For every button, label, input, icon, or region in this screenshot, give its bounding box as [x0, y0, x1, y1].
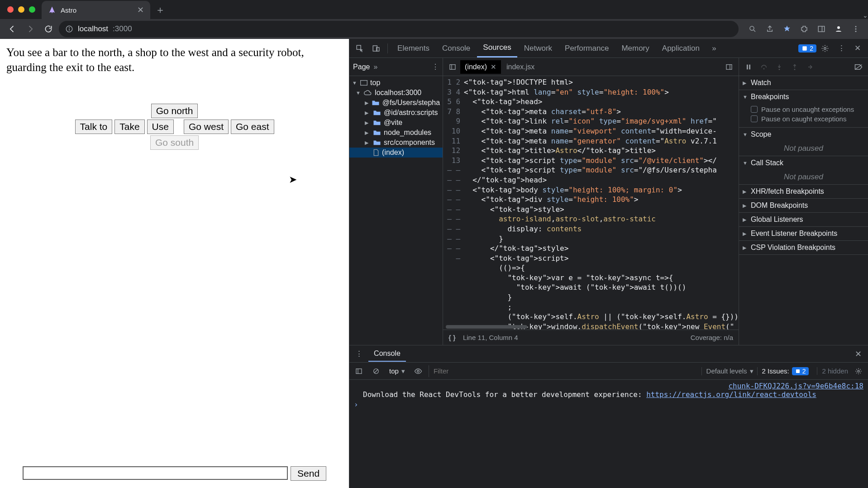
log-levels-selector[interactable]: Default levels▾: [701, 367, 754, 375]
deactivate-breakpoints-icon[interactable]: [852, 60, 865, 74]
drawer-menu-icon[interactable]: ⋮: [352, 347, 366, 361]
browser-menu-icon[interactable]: [848, 21, 863, 37]
send-button[interactable]: Send: [291, 466, 326, 481]
zoom-icon[interactable]: [745, 21, 760, 37]
pause-icon[interactable]: [742, 60, 755, 74]
csp-bp-section[interactable]: CSP Violation Breakpoints: [751, 244, 835, 252]
checkbox-uncaught[interactable]: [751, 106, 758, 113]
address-bar[interactable]: localhost:3000: [59, 21, 739, 37]
go-east-button[interactable]: Go east: [231, 120, 274, 134]
drawer-tab-console[interactable]: Console: [368, 346, 406, 362]
toggle-navigator-icon[interactable]: [446, 60, 459, 74]
checkbox-caught[interactable]: [751, 115, 758, 122]
step-out-icon[interactable]: [788, 60, 801, 74]
svg-point-23: [763, 68, 765, 69]
step-over-icon[interactable]: [757, 60, 771, 74]
breakpoints-section[interactable]: Breakpoints: [751, 93, 789, 101]
devtools-settings-icon[interactable]: [817, 41, 833, 56]
step-icon[interactable]: [803, 60, 817, 74]
console-message: Download the React DevTools for a better…: [354, 390, 863, 399]
nav-menu-icon[interactable]: ⋮: [432, 62, 439, 71]
live-expression-icon[interactable]: [411, 364, 425, 378]
hidden-messages-label[interactable]: 2 hidden: [817, 367, 848, 375]
file-tree[interactable]: ▼top ▼localhost:3000 ▶@fs/Users/stepha ▶…: [349, 76, 443, 345]
go-west-button[interactable]: Go west: [184, 120, 229, 134]
message-source-link[interactable]: chunk-DFKQJ226.js?v=9e6b4e8c:18: [728, 382, 863, 390]
event-listener-bp-section[interactable]: Event Listener Breakpoints: [751, 230, 837, 238]
tab-elements[interactable]: Elements: [391, 40, 435, 57]
nav-forward-button[interactable]: [23, 21, 38, 37]
extensions-icon[interactable]: [796, 21, 812, 37]
pretty-print-icon[interactable]: { }: [448, 334, 456, 341]
toggle-debugger-icon[interactable]: [722, 60, 736, 74]
callstack-section[interactable]: Call Stack: [751, 159, 783, 167]
code-editor[interactable]: 1 2 3 4 5 6 7 8 9 10 11 12 13 – – – – – …: [443, 76, 739, 330]
tab-sources[interactable]: Sources: [477, 39, 517, 57]
use-button[interactable]: Use: [147, 120, 174, 134]
clear-console-icon[interactable]: [369, 364, 383, 378]
sources-nav-page-tab[interactable]: Page: [353, 63, 370, 71]
inspect-icon[interactable]: [352, 41, 367, 56]
file-tab-index[interactable]: (index)✕: [460, 60, 501, 74]
tab-console[interactable]: Console: [436, 40, 476, 57]
tree-item[interactable]: node_modules: [384, 129, 431, 137]
console-issues-indicator[interactable]: 2 Issues: 2: [757, 367, 814, 375]
nav-back-button[interactable]: [5, 21, 20, 37]
more-nav-tabs-icon[interactable]: »: [373, 63, 377, 71]
tree-item[interactable]: @vite: [384, 119, 402, 127]
horizontal-scrollbar[interactable]: [446, 325, 527, 329]
step-into-icon[interactable]: [773, 60, 786, 74]
tree-origin[interactable]: localhost:3000: [375, 89, 421, 97]
console-prompt[interactable]: ›: [354, 399, 863, 410]
devtools-close-icon[interactable]: ✕: [850, 41, 865, 56]
bookmark-star-icon[interactable]: [779, 21, 795, 37]
drawer-close-icon[interactable]: ✕: [851, 347, 865, 361]
tabs-overflow-icon[interactable]: ⌄: [863, 12, 868, 19]
site-info-icon[interactable]: [65, 25, 73, 33]
take-button[interactable]: Take: [114, 120, 144, 134]
go-north-button[interactable]: Go north: [151, 104, 198, 118]
new-tab-button[interactable]: ＋: [153, 3, 167, 17]
dom-bp-section[interactable]: DOM Breakpoints: [751, 201, 808, 210]
global-listeners-section[interactable]: Global Listeners: [751, 215, 803, 224]
window-minimize-button[interactable]: [18, 6, 24, 13]
tab-memory[interactable]: Memory: [615, 40, 655, 57]
device-toggle-icon[interactable]: [368, 41, 384, 56]
message-link[interactable]: https://reactjs.org/link/react-devtools: [646, 390, 816, 399]
file-tab-close-icon[interactable]: ✕: [491, 63, 496, 71]
console-output[interactable]: chunk-DFKQJ226.js?v=9e6b4e8c:18 Download…: [349, 380, 868, 488]
svg-rect-16: [361, 81, 367, 86]
tab-application[interactable]: Application: [656, 40, 706, 57]
tree-item[interactable]: src/components: [384, 139, 435, 147]
issues-badge[interactable]: 2: [798, 44, 816, 53]
execution-context-selector[interactable]: top▾: [386, 367, 408, 375]
console-sidebar-icon[interactable]: [352, 364, 366, 378]
talk-to-button[interactable]: Talk to: [75, 120, 113, 134]
window-zoom-button[interactable]: [29, 6, 35, 13]
scope-section[interactable]: Scope: [751, 130, 771, 139]
tree-item[interactable]: (index): [382, 148, 404, 157]
game-text-input[interactable]: [23, 466, 288, 480]
nav-reload-button[interactable]: [41, 21, 56, 37]
share-icon[interactable]: [762, 21, 777, 37]
devtools-menu-icon[interactable]: ⋮: [834, 41, 849, 56]
tab-network[interactable]: Network: [518, 40, 558, 57]
browser-tab-astro[interactable]: Astro ✕: [42, 1, 150, 19]
more-tabs-icon[interactable]: »: [706, 41, 722, 56]
tab-close-icon[interactable]: ✕: [137, 5, 144, 15]
window-close-button[interactable]: [7, 6, 14, 13]
sidepanel-icon[interactable]: [814, 21, 829, 37]
console-filter-input[interactable]: [429, 365, 698, 377]
watch-section[interactable]: Watch: [751, 79, 771, 87]
tree-item[interactable]: @fs/Users/stepha: [382, 99, 440, 107]
tab-title: Astro: [61, 6, 76, 14]
profile-icon[interactable]: [831, 21, 846, 37]
tree-item[interactable]: @id/astro:scripts: [384, 109, 438, 117]
cursor-icon: ➤: [289, 174, 297, 186]
xhr-section[interactable]: XHR/fetch Breakpoints: [751, 187, 824, 196]
tree-top[interactable]: top: [370, 79, 380, 87]
tab-performance[interactable]: Performance: [559, 40, 615, 57]
levels-label: Default levels: [706, 367, 747, 375]
file-tab-indexjsx[interactable]: index.jsx: [502, 60, 539, 74]
console-settings-icon[interactable]: [852, 364, 865, 378]
